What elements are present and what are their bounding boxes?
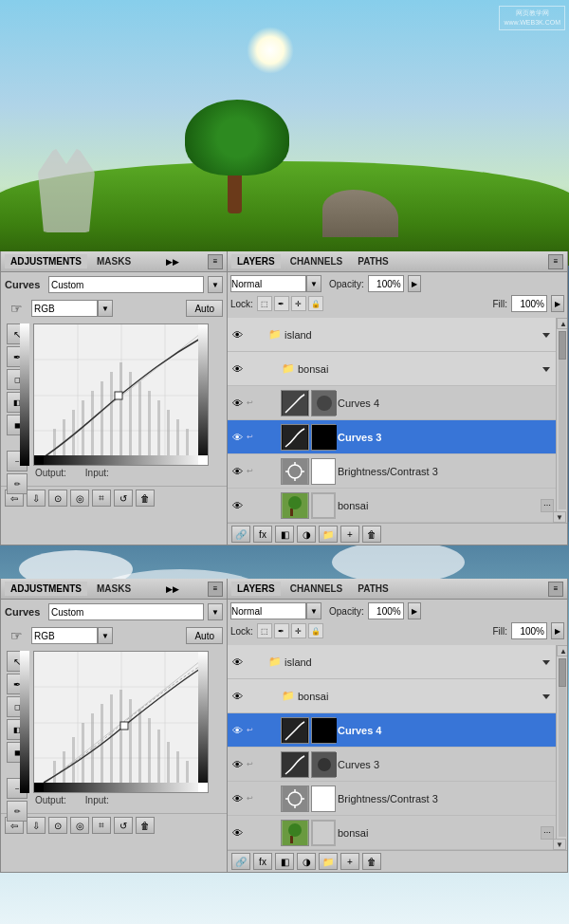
layer-expand-island-1[interactable] [542,330,554,340]
layers-tab-paths-2[interactable]: PATHS [352,582,394,596]
layers-tool-mask-1[interactable]: ◧ [275,526,294,543]
fill-input-1[interactable] [511,295,547,312]
layers-panel-2-menu-btn[interactable]: ≡ [548,582,563,597]
scroll-thumb-2[interactable] [559,658,566,687]
layer-eye-island-2[interactable]: 👁 [229,655,245,670]
lock-all-1[interactable]: 🔒 [308,296,323,311]
channel-arrow-2[interactable]: ▼ [98,627,113,644]
layer-eye-brightness3-2[interactable]: 👁 [229,791,245,806]
layers-tool-folder-1[interactable]: 📁 [319,526,338,543]
layer-eye-curves4-1[interactable]: 👁 [229,396,245,411]
adj-tool-reset-1[interactable]: ↺ [114,490,133,507]
blend-dropdown-1[interactable] [230,275,306,292]
layers-tool-link-2[interactable]: 🔗 [231,853,250,870]
layer-item-curves3-1[interactable]: 👁 ↩ Curves 3 [228,420,556,454]
fill-arrow-1[interactable]: ▶ [551,295,564,312]
adj-tool-eye-2[interactable]: ◎ [70,817,89,834]
layer-item-bonsai-img-2[interactable]: 👁 bonsai ⋯ [228,816,556,850]
scroll-down-1[interactable]: ▼ [553,511,566,523]
blend-arrow-2[interactable]: ▼ [306,602,321,619]
adj-tool-chain-1[interactable]: ⌗ [92,490,111,507]
layer-expand-bonsai-1[interactable] [542,364,554,374]
layer-item-island-2[interactable]: 👁 📁 island [228,645,556,679]
layer-item-curves3-2[interactable]: 👁 ↩ [228,748,556,782]
lock-brush-2[interactable]: ✒ [274,623,289,638]
blend-dropdown-2[interactable] [230,602,306,619]
adj-tab-masks-2[interactable]: MASKS [91,582,137,596]
preset-dropdown-2[interactable] [48,603,204,620]
layer-eye-bonsai-img-2[interactable]: 👁 [229,825,245,841]
fill-input-2[interactable] [511,622,547,639]
layers-tool-adj-1[interactable]: ◑ [297,526,316,543]
adj-panel-2-expand-btn[interactable]: ▶▶ [166,584,179,594]
layer-eye-bonsai-img-1[interactable]: 👁 [229,498,245,513]
adj-tool-circle-1[interactable]: ⊙ [48,490,67,507]
adj-tool-reset-2[interactable]: ↺ [114,817,133,834]
hand-tool-2[interactable]: ☞ [5,624,28,647]
curves-tool-pencil-1[interactable]: ✏ [7,473,28,494]
layer-eye-curves4-2[interactable]: 👁 [229,723,245,738]
layer-item-curves4-2[interactable]: 👁 ↩ Curves 4 [228,713,556,748]
layer-item-brightness3-2[interactable]: 👁 ↩ Brig [228,782,556,816]
curves-graph-2[interactable] [33,651,209,793]
layers-tool-adj-2[interactable]: ◑ [297,853,316,870]
adj-panel-1-expand-btn[interactable]: ▶▶ [166,257,179,267]
adj-tool-delete-1[interactable]: 🗑 [136,490,155,507]
layer-item-bonsai-img-1[interactable]: 👁 bonsai ⋯ [228,489,556,523]
scroll-down-2[interactable]: ▼ [553,839,566,850]
adj-tool-delete-2[interactable]: 🗑 [136,817,155,834]
hand-tool-1[interactable]: ☞ [5,297,28,320]
adj-panel-2-menu-btn[interactable]: ≡ [208,582,223,597]
layer-eye-curves3-1[interactable]: 👁 [229,430,245,445]
layers-tool-delete-2[interactable]: 🗑 [362,853,381,870]
lock-transparent-2[interactable]: ⬚ [257,623,272,638]
channel-dropdown-2[interactable] [31,627,98,644]
layers-scrollbar-1[interactable]: ▲ ▼ [556,318,567,523]
adj-tab-adjustments-1[interactable]: ADJUSTMENTS [5,254,87,268]
layers-tool-link-1[interactable]: 🔗 [231,526,250,543]
layers-panel-1-menu-btn[interactable]: ≡ [548,254,563,269]
layers-tool-mask-2[interactable]: ◧ [275,853,294,870]
layers-tab-channels-1[interactable]: CHANNELS [284,254,349,268]
layer-item-bonsai-group-1[interactable]: 👁 📁 bonsai [228,352,556,386]
layer-eye-island-1[interactable]: 👁 [229,327,245,342]
opacity-input-1[interactable] [368,275,404,292]
adj-panel-1-menu-btn[interactable]: ≡ [208,254,223,269]
opacity-arrow-2[interactable]: ▶ [408,602,421,619]
preset-dropdown-1[interactable] [48,276,204,293]
layers-tool-fx-1[interactable]: fx [253,526,272,543]
opacity-input-2[interactable] [368,602,404,619]
layer-item-island-1[interactable]: 👁 📁 island [228,318,556,352]
adj-tool-next-2[interactable]: ⇩ [27,817,46,834]
layers-tab-layers-1[interactable]: LAYERS [231,254,281,268]
adj-tool-next-1[interactable]: ⇩ [27,490,46,507]
layer-item-brightness3-1[interactable]: 👁 ↩ Brig [228,454,556,489]
layer-item-bonsai-group-2[interactable]: 👁 📁 bonsai [228,679,556,713]
layers-tab-channels-2[interactable]: CHANNELS [284,582,349,596]
layer-eye-bonsai-group-1[interactable]: 👁 [229,361,245,377]
layers-tool-fx-2[interactable]: fx [253,853,272,870]
preset-dropdown-arrow-2[interactable]: ▼ [208,603,223,620]
lock-move-1[interactable]: ✛ [291,296,306,311]
preset-dropdown-arrow-1[interactable]: ▼ [208,276,223,293]
adj-tool-eye-1[interactable]: ◎ [70,490,89,507]
layer-expand-island-2[interactable] [542,657,554,667]
lock-move-2[interactable]: ✛ [291,623,306,638]
scroll-up-2[interactable]: ▲ [557,645,567,656]
layer-eye-bonsai-group-2[interactable]: 👁 [229,689,245,704]
layers-tool-delete-1[interactable]: 🗑 [362,526,381,543]
layer-item-curves4-1[interactable]: 👁 ↩ [228,386,556,420]
layer-eye-curves3-2[interactable]: 👁 [229,757,245,772]
scroll-thumb-1[interactable] [559,331,566,360]
adj-tab-masks-1[interactable]: MASKS [91,254,137,268]
auto-btn-1[interactable]: Auto [186,300,223,317]
adj-tool-chain-2[interactable]: ⌗ [92,817,111,834]
layers-tab-layers-2[interactable]: LAYERS [231,582,281,596]
lock-all-2[interactable]: 🔒 [308,623,323,638]
lock-brush-1[interactable]: ✒ [274,296,289,311]
opacity-arrow-1[interactable]: ▶ [408,275,421,292]
layers-tab-paths-1[interactable]: PATHS [352,254,394,268]
channel-dropdown-1[interactable] [31,300,98,317]
curves-graph-1[interactable] [33,323,209,466]
scroll-up-1[interactable]: ▲ [557,318,567,329]
